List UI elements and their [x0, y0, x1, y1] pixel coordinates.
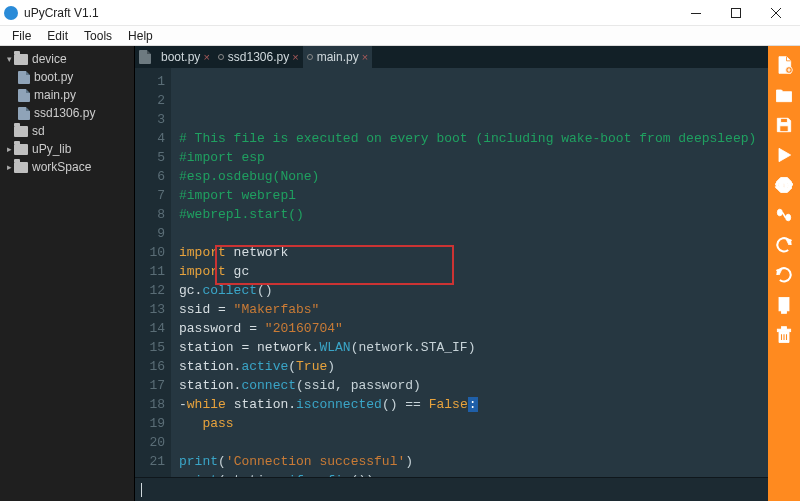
tree-folder-device[interactable]: ▾ device — [0, 50, 134, 68]
close-button[interactable] — [756, 0, 796, 26]
code-line[interactable]: #import esp — [179, 148, 768, 167]
stop-button[interactable]: STOP — [768, 170, 800, 200]
tree-file-boot[interactable]: boot.py — [0, 68, 134, 86]
reflash-button[interactable] — [768, 290, 800, 320]
svg-rect-1 — [732, 8, 741, 17]
code-line[interactable]: import gc — [179, 262, 768, 281]
tree-label: sd — [32, 124, 45, 138]
tab-label: boot.py — [161, 50, 200, 64]
menu-edit[interactable]: Edit — [41, 29, 74, 43]
line-number: 9 — [135, 224, 165, 243]
tree-folder-workspace[interactable]: ▸ workSpace — [0, 158, 134, 176]
run-button[interactable] — [768, 140, 800, 170]
line-gutter: 123456789101112131415161718192021 — [135, 68, 171, 477]
main-area: ▾ device boot.py main.py ssd1306.py sd ▸… — [0, 46, 800, 501]
tab-main[interactable]: main.py × — [303, 46, 372, 68]
app-logo-icon — [4, 6, 18, 20]
tree-label: main.py — [34, 88, 76, 102]
code-editor[interactable]: 123456789101112131415161718192021 # This… — [135, 68, 768, 477]
code-line[interactable] — [179, 224, 768, 243]
line-number: 15 — [135, 338, 165, 357]
menu-file[interactable]: File — [6, 29, 37, 43]
tree-file-main[interactable]: main.py — [0, 86, 134, 104]
tab-label: ssd1306.py — [228, 50, 289, 64]
caret-right-icon[interactable]: ▸ — [4, 144, 14, 154]
svg-rect-0 — [691, 13, 701, 14]
code-line[interactable]: station = network.WLAN(network.STA_IF) — [179, 338, 768, 357]
tree-folder-sd[interactable]: sd — [0, 122, 134, 140]
caret-right-icon[interactable]: ▸ — [4, 162, 14, 172]
modified-dot-icon — [218, 54, 224, 60]
file-tree[interactable]: ▾ device boot.py main.py ssd1306.py sd ▸… — [0, 46, 135, 501]
tree-label: uPy_lib — [32, 142, 71, 156]
folder-icon — [14, 126, 28, 137]
code-line[interactable]: station.connect(ssid, password) — [179, 376, 768, 395]
code-line[interactable]: ssid = "Makerfabs" — [179, 300, 768, 319]
editor-column: boot.py × ssd1306.py × main.py × 1234567… — [135, 46, 768, 501]
line-number: 8 — [135, 205, 165, 224]
folder-icon — [14, 54, 28, 65]
code-line[interactable]: #import webrepl — [179, 186, 768, 205]
file-icon — [18, 89, 30, 102]
code-line[interactable]: password = "20160704" — [179, 319, 768, 338]
repl-console[interactable] — [135, 477, 768, 501]
tree-folder-upylib[interactable]: ▸ uPy_lib — [0, 140, 134, 158]
code-line[interactable]: # This file is executed on every boot (i… — [179, 129, 768, 148]
line-number: 5 — [135, 148, 165, 167]
close-icon[interactable]: × — [292, 51, 298, 63]
window-controls — [676, 0, 796, 26]
code-line[interactable]: gc.collect() — [179, 281, 768, 300]
tab-boot[interactable]: boot.py × — [157, 46, 214, 68]
connect-button[interactable] — [768, 200, 800, 230]
menubar: File Edit Tools Help — [0, 26, 800, 46]
line-number: 19 — [135, 414, 165, 433]
close-icon[interactable]: × — [203, 51, 209, 63]
tab-label: main.py — [317, 50, 359, 64]
folder-icon — [14, 162, 28, 173]
folder-icon — [14, 144, 28, 155]
menu-help[interactable]: Help — [122, 29, 159, 43]
new-tab-icon[interactable] — [139, 50, 151, 64]
code-line[interactable] — [179, 433, 768, 452]
tree-label: ssd1306.py — [34, 106, 95, 120]
code-line[interactable]: print('Connection successful') — [179, 452, 768, 471]
code-line[interactable]: #esp.osdebug(None) — [179, 167, 768, 186]
undo-button[interactable] — [768, 230, 800, 260]
code-content[interactable]: # This file is executed on every boot (i… — [171, 68, 768, 477]
line-number: 18 — [135, 395, 165, 414]
code-line[interactable]: #webrepl.start() — [179, 205, 768, 224]
new-file-button[interactable] — [768, 50, 800, 80]
svg-rect-11 — [779, 298, 789, 311]
window-title: uPyCraft V1.1 — [24, 6, 99, 20]
line-number: 14 — [135, 319, 165, 338]
line-number: 21 — [135, 452, 165, 471]
tree-file-ssd1306[interactable]: ssd1306.py — [0, 104, 134, 122]
line-number: 20 — [135, 433, 165, 452]
line-number: 1 — [135, 72, 165, 91]
open-file-button[interactable] — [768, 80, 800, 110]
right-toolbar: STOP — [768, 46, 800, 501]
line-number: 16 — [135, 357, 165, 376]
svg-rect-5 — [781, 118, 788, 122]
caret-down-icon[interactable]: ▾ — [4, 54, 14, 64]
svg-rect-6 — [780, 126, 788, 132]
line-number: 2 — [135, 91, 165, 110]
svg-text:STOP: STOP — [775, 182, 794, 189]
file-icon — [18, 71, 30, 84]
svg-rect-14 — [782, 327, 787, 330]
code-line[interactable]: import network — [179, 243, 768, 262]
maximize-button[interactable] — [716, 0, 756, 26]
code-line[interactable]: station.active(True) — [179, 357, 768, 376]
close-icon[interactable]: × — [362, 51, 368, 63]
tree-label: workSpace — [32, 160, 91, 174]
menu-tools[interactable]: Tools — [78, 29, 118, 43]
clear-button[interactable] — [768, 320, 800, 350]
minimize-button[interactable] — [676, 0, 716, 26]
tab-ssd1306[interactable]: ssd1306.py × — [214, 46, 303, 68]
code-line[interactable]: -while station.isconnected() == False: — [179, 395, 768, 414]
tab-strip: boot.py × ssd1306.py × main.py × — [135, 46, 768, 68]
redo-button[interactable] — [768, 260, 800, 290]
modified-dot-icon — [307, 54, 313, 60]
save-button[interactable] — [768, 110, 800, 140]
code-line[interactable]: pass — [179, 414, 768, 433]
